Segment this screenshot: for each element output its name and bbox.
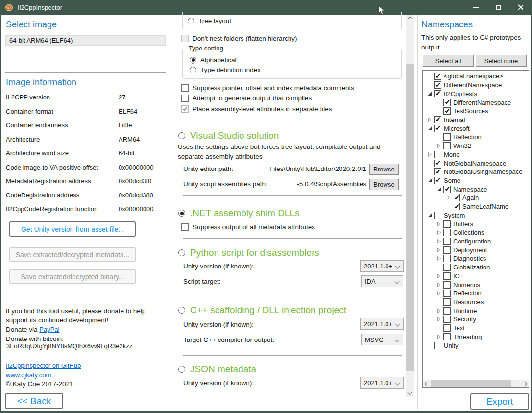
namespace-checkbox[interactable] [443, 307, 451, 315]
namespace-label[interactable]: System [444, 212, 465, 219]
namespace-label[interactable]: IO [453, 272, 460, 280]
namespace-label[interactable]: NotGlobalUsingNamespace [444, 168, 522, 175]
namespace-checkbox[interactable] [434, 160, 441, 167]
namespace-label[interactable]: DifferentNamespace [444, 81, 502, 89]
expander-collapsed-icon[interactable] [435, 308, 443, 314]
shim-dlls-section-header[interactable]: .NET assembly shim DLLs [178, 208, 300, 219]
namespace-label[interactable]: SameLeafName [462, 203, 508, 210]
expander-collapsed-icon[interactable] [435, 273, 443, 279]
expander-expanded-icon[interactable] [425, 126, 434, 131]
namespace-label[interactable]: Resources [453, 298, 484, 306]
namespace-label[interactable]: Diagnostics [453, 255, 486, 262]
cpp-unity-version-dropdown[interactable]: 2021.1.0+ [360, 318, 404, 330]
json-metadata-radio[interactable] [178, 366, 185, 373]
expander-collapsed-icon[interactable] [435, 291, 443, 296]
namespace-checkbox[interactable] [443, 290, 451, 297]
cpp-scaffolding-section-header[interactable]: C++ scaffolding / DLL injection project [178, 305, 346, 316]
image-list-item[interactable]: 64-bit ARM64 (ELF64) [5, 35, 166, 46]
expander-collapsed-icon[interactable] [435, 221, 443, 227]
namespace-label[interactable]: Collections [453, 229, 484, 236]
namespace-checkbox[interactable] [434, 151, 441, 158]
browse-editor-path-button[interactable]: Browse [369, 164, 399, 175]
unity-assemblies-path-value[interactable]: -5.0.4\ScriptAssemblies [294, 180, 366, 188]
vs-solution-section-header[interactable]: Visual Studio solution [178, 130, 279, 141]
namespace-label[interactable]: Win32 [453, 142, 471, 149]
suppress-comments-option[interactable]: Suppress pointer, offset and index metad… [181, 84, 354, 92]
namespace-checkbox[interactable] [443, 246, 451, 254]
namespace-label[interactable]: Deployment [453, 246, 487, 254]
namespace-label[interactable]: Namespace [453, 186, 487, 193]
suppress-comments-checkbox[interactable] [181, 84, 189, 92]
compilable-checkbox[interactable] [181, 95, 189, 102]
namespace-label[interactable]: Unity [444, 342, 459, 349]
namespace-checkbox[interactable] [443, 107, 451, 115]
minimize-button[interactable] [464, 0, 487, 15]
tree-layout-option[interactable]: Tree layout [188, 17, 231, 24]
github-link[interactable]: Il2CppInspector on GitHub [6, 362, 81, 369]
sort-alphabetical-radio[interactable] [190, 57, 196, 64]
namespace-label[interactable]: Mono [444, 151, 460, 158]
namespace-label[interactable]: Again [462, 194, 479, 201]
namespace-tree[interactable]: <global namespace>DifferentNamespaceIl2C… [422, 70, 529, 388]
namespace-checkbox[interactable] [443, 238, 451, 245]
back-button[interactable]: << Back [5, 393, 63, 409]
namespace-checkbox[interactable] [434, 168, 441, 175]
sort-typedef-option[interactable]: Type definition index [190, 66, 261, 73]
expander-collapsed-icon[interactable] [425, 117, 434, 122]
expander-collapsed-icon[interactable] [435, 143, 443, 148]
namespace-checkbox[interactable] [443, 333, 451, 340]
unity-editor-path-value[interactable]: Files\Unity\Hub\Editor\2020.2.0f1 [245, 165, 366, 172]
bitcoin-address-input[interactable] [5, 341, 137, 351]
namespace-checkbox[interactable] [443, 220, 451, 228]
browse-assemblies-path-button[interactable]: Browse [369, 179, 399, 190]
expander-collapsed-icon[interactable] [435, 316, 443, 322]
namespace-checkbox[interactable] [434, 90, 441, 97]
namespace-label[interactable]: Reflection [453, 290, 482, 297]
scroll-left-button[interactable] [423, 380, 430, 387]
namespace-checkbox[interactable] [434, 81, 441, 89]
namespace-label[interactable]: <global namespace> [444, 73, 503, 80]
cpp-scaffolding-radio[interactable] [178, 307, 185, 314]
shim-dlls-radio[interactable] [178, 210, 185, 217]
namespace-checkbox[interactable] [434, 125, 441, 132]
export-button[interactable]: Export [470, 393, 529, 410]
namespace-checkbox[interactable] [443, 264, 451, 271]
namespace-checkbox[interactable] [443, 316, 451, 323]
namespace-label[interactable]: Some [444, 177, 460, 184]
namespace-checkbox[interactable] [443, 186, 451, 193]
expander-collapsed-icon[interactable] [435, 247, 443, 253]
namespace-checkbox[interactable] [443, 272, 451, 280]
vs-solution-radio[interactable] [178, 132, 185, 139]
suppress-metadata-checkbox[interactable] [181, 223, 189, 231]
namespace-label[interactable]: Microsoft [444, 125, 470, 132]
namespace-checkbox[interactable] [434, 342, 441, 349]
scroll-right-button[interactable] [521, 380, 529, 387]
maximize-button[interactable] [487, 0, 509, 15]
namespace-label[interactable]: Internal [444, 116, 465, 123]
namespace-label[interactable]: TestSources [453, 107, 488, 115]
select-none-button[interactable]: Select none [476, 55, 527, 67]
expander-expanded-icon[interactable] [425, 213, 434, 218]
namespace-checkbox[interactable] [453, 203, 460, 210]
image-listbox[interactable]: 64-bit ARM64 (ELF64) [5, 34, 166, 73]
namespace-label[interactable]: NotGlobalNamespace [444, 160, 506, 167]
namespace-checkbox[interactable] [434, 212, 441, 219]
compilable-option[interactable]: Attempt to generate output that compiles [181, 95, 312, 102]
namespace-label[interactable]: Reflection [453, 133, 482, 141]
expander-collapsed-icon[interactable] [435, 239, 443, 244]
cpp-compiler-dropdown[interactable]: MSVC [361, 334, 403, 345]
namespace-checkbox[interactable] [443, 142, 451, 149]
expander-expanded-icon[interactable] [435, 187, 443, 192]
website-link[interactable]: www.djkaty.com [6, 371, 51, 379]
script-target-dropdown[interactable]: IDA [361, 275, 403, 287]
namespace-checkbox[interactable] [443, 324, 451, 332]
namespace-label[interactable]: Threading [453, 333, 482, 340]
namespace-checkbox[interactable] [453, 194, 460, 201]
namespace-checkbox[interactable] [443, 281, 451, 289]
namespace-label[interactable]: Il2CppTests [444, 90, 477, 97]
namespace-label[interactable]: Globalization [453, 264, 490, 271]
namespace-label[interactable]: Buffers [453, 220, 473, 228]
expander-collapsed-icon[interactable] [435, 334, 443, 340]
sort-alphabetical-option[interactable]: Alphabetical [190, 56, 237, 64]
suppress-metadata-option[interactable]: Suppress output of all metadata attribut… [181, 223, 315, 231]
